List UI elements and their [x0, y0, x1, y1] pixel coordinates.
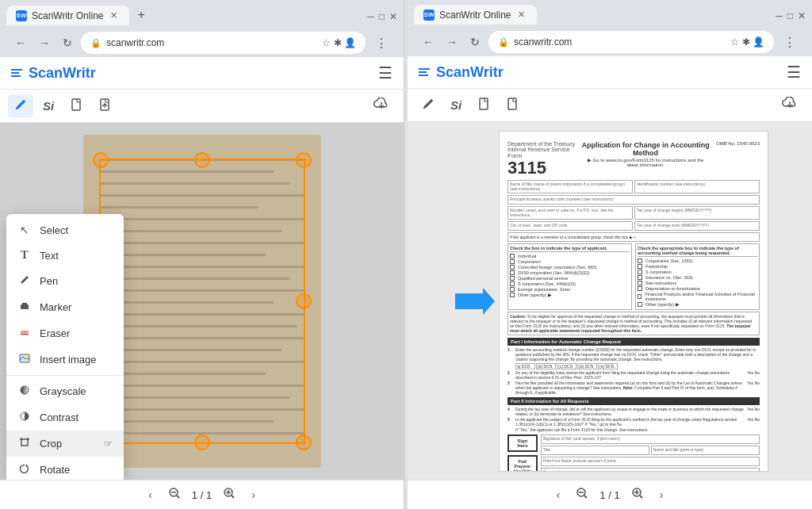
signature-field: Signature of filer (and spouse, if joint… — [541, 434, 760, 444]
tab-close-button[interactable]: ✕ — [108, 10, 120, 21]
right-window-close[interactable]: ✕ — [798, 10, 806, 21]
right-forward-button[interactable]: → — [442, 33, 462, 51]
form-field-city: City or town, state, and ZIP code — [508, 221, 633, 231]
cloud-button[interactable] — [367, 94, 396, 117]
crop-handle-bm[interactable] — [194, 434, 210, 450]
zoom-in-button[interactable] — [218, 485, 240, 504]
cell-c1: (c) DCN — [557, 363, 576, 369]
sign-area: Sign Here Paid Preparer Use Only Signatu… — [508, 434, 760, 472]
checkbox-controlled-corp — [510, 265, 515, 270]
crop-overlay — [99, 159, 305, 444]
cb-depreciation: Depreciation or Amortization — [638, 286, 757, 291]
svg-rect-2 — [21, 304, 29, 309]
right-tab-close-button[interactable]: ✕ — [515, 9, 527, 21]
right-address-bar[interactable]: 🔒 scanwritr.com ☆ ✱ 👤 — [488, 31, 774, 53]
row-num-4: 4 — [508, 407, 514, 411]
checkbox-s-corp-b — [638, 270, 642, 274]
right-refresh-button[interactable]: ↻ — [466, 33, 484, 51]
menu-item-insert-image[interactable]: Insert image — [6, 346, 124, 373]
checkbox-individual — [510, 254, 515, 258]
right-zoom-in-button[interactable] — [626, 485, 649, 504]
window-minimize[interactable]: ─ — [367, 11, 374, 22]
zoom-out-button[interactable] — [163, 485, 186, 504]
applicant-type-col: Check the box to indicate the type of ap… — [508, 243, 632, 310]
browser-tab[interactable]: SW ScanWritr Online ✕ — [6, 6, 129, 25]
file-button[interactable] — [63, 94, 89, 117]
right-hamburger-button[interactable]: ☰ — [787, 63, 801, 82]
crop-handle-tr[interactable] — [296, 152, 312, 168]
svg-line-30 — [640, 496, 642, 498]
sw-header: ScanWritr ☰ — [0, 57, 404, 90]
menu-item-text[interactable]: T Text — [6, 243, 124, 268]
menu-item-grayscale[interactable]: Grayscale — [6, 378, 124, 404]
cb-controlled-corp: Controlled foreign corporation (Sec. 965… — [510, 265, 630, 270]
right-bottom-bar: ‹ 1 / 1 › — [408, 480, 812, 509]
crop-handle-mr[interactable] — [296, 293, 312, 309]
menu-item-select[interactable]: ↖ Select — [6, 217, 124, 243]
new-tab-button[interactable]: + — [131, 5, 151, 25]
right-file-button[interactable] — [471, 94, 496, 117]
right-export-button[interactable] — [500, 94, 525, 117]
forward-button[interactable]: → — [35, 34, 54, 52]
right-zoom-in-icon — [631, 487, 644, 499]
right-cloud-button[interactable] — [776, 94, 804, 117]
zoom-out-icon — [168, 487, 181, 499]
svg-line-20 — [232, 496, 234, 498]
checkbox-other — [510, 293, 515, 297]
right-file-icon — [477, 98, 490, 110]
window-close[interactable]: ✕ — [389, 11, 397, 22]
svg-line-16 — [177, 496, 179, 498]
right-chrome-menu-button[interactable]: ⋮ — [779, 33, 801, 52]
menu-item-eraser[interactable]: Eraser — [6, 320, 124, 346]
menu-item-rotate[interactable]: Rotate — [6, 457, 124, 480]
chrome-menu-button[interactable]: ⋮ — [370, 33, 393, 53]
right-window-minimize[interactable]: ─ — [776, 10, 783, 21]
next-page-button[interactable]: › — [247, 486, 260, 503]
crop-handle-br[interactable] — [296, 434, 312, 450]
address-bar[interactable]: 🔒 scanwritr.com ☆ ✱ 👤 — [81, 32, 366, 54]
menu-item-pen[interactable]: Pen — [6, 268, 124, 294]
right-page-total: 1 — [614, 489, 619, 501]
insert-image-icon — [17, 353, 32, 366]
cell-d1: (d) DCN — [577, 363, 597, 369]
back-button[interactable]: ← — [11, 34, 30, 52]
right-export-icon — [506, 98, 519, 110]
omb-area: OMB No. 1545-0023 — [716, 141, 760, 146]
zoom-in-icon — [223, 487, 236, 499]
right-zoom-out-button[interactable] — [571, 485, 593, 504]
cell-b1: (b) DCN — [536, 363, 556, 369]
right-page-indicator: 1 / 1 — [599, 489, 619, 501]
crop-handle-tl[interactable] — [93, 152, 109, 168]
menu-item-select-label: Select — [40, 224, 68, 236]
hamburger-button[interactable]: ☰ — [378, 63, 393, 82]
cloud-icon — [373, 98, 389, 110]
menu-item-contrast[interactable]: Contrast — [6, 404, 124, 431]
logo-icon — [11, 69, 22, 77]
menu-item-marker[interactable]: Marker — [6, 294, 124, 320]
right-back-button[interactable]: ← — [419, 33, 438, 51]
field-label-city: City or town, state, and ZIP code — [510, 223, 630, 228]
yes-no-label-5: Yes No — [747, 417, 760, 422]
refresh-button[interactable]: ↻ — [59, 34, 76, 52]
right-next-page-button[interactable]: › — [655, 486, 668, 503]
right-si-button[interactable]: Si — [444, 94, 468, 116]
row-3-content: Has the filer provided all the informati… — [515, 381, 745, 395]
cb-financial: Financial Products and/or Financial Acti… — [638, 292, 757, 301]
menu-item-crop[interactable]: Crop ☞ — [6, 431, 124, 457]
arrow-icon — [455, 285, 495, 317]
right-page-separator: / — [608, 489, 611, 501]
pen-tool-button[interactable] — [8, 94, 33, 117]
export-button[interactable] — [92, 94, 117, 117]
right-window-maximize[interactable]: □ — [787, 10, 793, 21]
right-pen-tool-button[interactable] — [416, 94, 441, 117]
prev-page-button[interactable]: ‹ — [144, 486, 157, 503]
right-browser-tab[interactable]: SW ScanWritr Online ✕ — [414, 5, 537, 25]
numbered-row-4: 4 During the tax year of change, did or … — [508, 407, 760, 416]
crop-handle-tm[interactable] — [194, 152, 210, 168]
window-maximize[interactable]: □ — [379, 11, 385, 22]
date-field: Name and title (print or type) — [651, 446, 760, 455]
eraser-icon — [17, 327, 32, 340]
right-address-bar-row: ← → ↻ 🔒 scanwritr.com ☆ ✱ 👤 ⋮ — [414, 28, 806, 56]
right-prev-page-button[interactable]: ‹ — [552, 486, 565, 503]
si-button[interactable]: Si — [36, 95, 60, 117]
